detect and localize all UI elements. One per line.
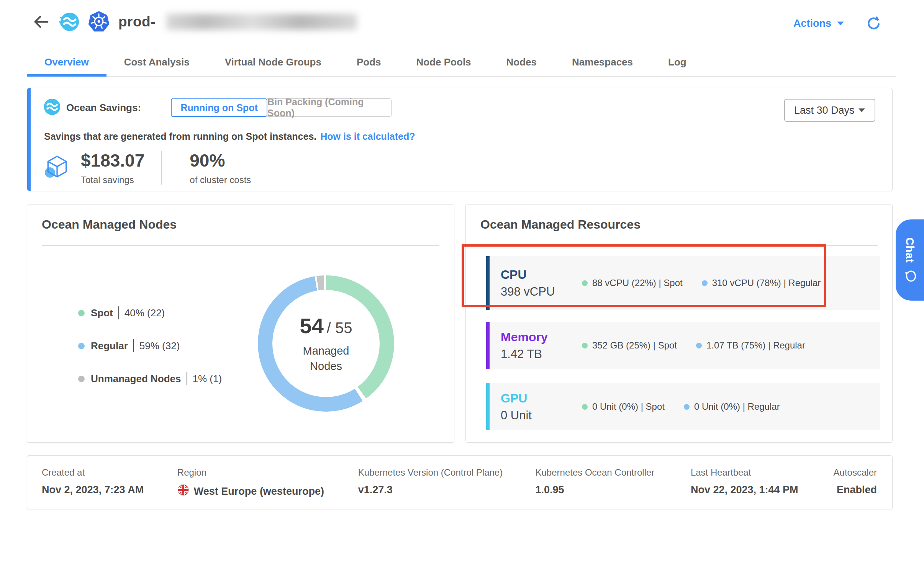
- cluster-info-panel: Created at Nov 2, 2023, 7:23 AM Region: [27, 455, 893, 509]
- tab-namespaces[interactable]: Namespaces: [554, 50, 650, 76]
- memory-spot-stat: 352 GB (25%) | Spot: [582, 340, 677, 351]
- managed-resources-title: Ocean Managed Resources: [480, 218, 641, 232]
- managed-nodes-donut-chart: 54 / 55 Managed Nodes: [258, 275, 394, 412]
- cpu-total: 398 vCPU: [501, 285, 570, 299]
- page-title: prod-: [118, 14, 156, 30]
- savings-cube-icon: [44, 154, 70, 182]
- refresh-icon[interactable]: [866, 15, 882, 31]
- ocean-savings-label: Ocean Savings:: [66, 102, 141, 114]
- managed-nodes-title: Ocean Managed Nodes: [42, 218, 177, 232]
- period-dropdown-value: Last 30 Days: [794, 105, 855, 116]
- gpu-regular-stat: 0 Unit (0%) | Regular: [684, 401, 780, 412]
- total-savings-value: $183.07: [81, 150, 144, 171]
- tab-log[interactable]: Log: [650, 50, 704, 76]
- chat-bubble-icon: [903, 270, 917, 283]
- chat-button[interactable]: Chat: [896, 219, 924, 301]
- bin-packing-toggle[interactable]: Bin Packing (Coming Soon): [267, 98, 392, 117]
- memory-regular-stat: 1.07 TB (75%) | Regular: [696, 340, 805, 351]
- cpu-regular-stat: 310 vCPU (78%) | Regular: [702, 278, 821, 288]
- managed-resources-card: Ocean Managed Resources CPU 398 vCPU 88 …: [465, 204, 893, 443]
- legend-item-regular: Regular 59% (32): [78, 340, 222, 352]
- ocean-savings-panel: Ocean Savings: Running on Spot Bin Packi…: [27, 88, 893, 191]
- gpu-name: GPU: [501, 391, 570, 406]
- tab-pods[interactable]: Pods: [339, 50, 399, 76]
- memory-name: Memory: [501, 330, 570, 344]
- memory-total: 1.42 TB: [501, 347, 570, 361]
- chevron-down-icon: [858, 108, 865, 113]
- info-kubernetes-version: Kubernetes Version (Control Plane) v1.27…: [358, 467, 536, 509]
- chat-label: Chat: [904, 237, 916, 263]
- divider: [42, 245, 439, 246]
- legend-item-spot: Spot 40% (22): [78, 307, 222, 319]
- actions-button[interactable]: Actions: [793, 18, 844, 29]
- donut-caption-line2: Nodes: [303, 359, 349, 374]
- info-last-heartbeat: Last Heartbeat Nov 22, 2023, 1:44 PM: [691, 467, 834, 509]
- cluster-cost-percent-label: of cluster costs: [190, 175, 251, 185]
- ocean-savings-icon: [43, 98, 61, 117]
- spot-dot-icon: [582, 280, 588, 286]
- redacted-cluster-name: [166, 14, 357, 30]
- ocean-logo-icon: [59, 11, 79, 32]
- total-savings-label: Total savings: [81, 175, 144, 185]
- spot-dot-icon: [78, 310, 85, 316]
- tab-nodes[interactable]: Nodes: [489, 50, 554, 76]
- gpu-total: 0 Unit: [501, 409, 570, 422]
- memory-accent-bar: [486, 322, 490, 369]
- regular-dot-icon: [78, 343, 85, 349]
- nodes-legend: Spot 40% (22) Regular 59% (32) Unmanaged…: [78, 307, 222, 406]
- divider: [480, 245, 878, 246]
- how-calculated-link[interactable]: How is it calculated?: [320, 131, 415, 142]
- stat-divider: [161, 151, 162, 185]
- regular-dot-icon: [684, 404, 690, 410]
- resource-row-gpu: GPU 0 Unit 0 Unit (0%) | Spot 0 Unit (0%…: [486, 383, 880, 430]
- cpu-spot-stat: 88 vCPU (22%) | Spot: [582, 278, 683, 288]
- back-arrow-icon[interactable]: [32, 13, 50, 31]
- resource-row-cpu: CPU 398 vCPU 88 vCPU (22%) | Spot 310 vC…: [486, 256, 880, 310]
- cpu-name: CPU: [501, 268, 570, 282]
- cluster-cost-percent: 90%: [190, 150, 251, 171]
- info-ocean-controller: Kubernetes Ocean Controller 1.0.95: [536, 467, 691, 509]
- savings-toggle: Running on Spot Bin Packing (Coming Soon…: [171, 98, 392, 117]
- gpu-spot-stat: 0 Unit (0%) | Spot: [582, 401, 665, 412]
- legend-item-unmanaged: Unmanaged Nodes 1% (1): [78, 373, 222, 385]
- tab-cost-analysis[interactable]: Cost Analysis: [106, 50, 207, 76]
- info-autoscaler: Autoscaler Enabled: [834, 467, 877, 509]
- tab-virtual-node-groups[interactable]: Virtual Node Groups: [207, 50, 339, 76]
- info-region: Region West Europe (westeurope): [177, 467, 358, 509]
- tab-node-pools[interactable]: Node Pools: [399, 50, 489, 76]
- chevron-down-icon: [837, 21, 844, 26]
- savings-description: Savings that are generated from running …: [44, 131, 316, 142]
- spot-dot-icon: [582, 343, 588, 348]
- regular-dot-icon: [702, 280, 708, 286]
- managed-nodes-total: / 55: [327, 319, 352, 337]
- tab-bar: Overview Cost Analysis Virtual Node Grou…: [27, 49, 896, 77]
- actions-label: Actions: [793, 18, 831, 29]
- period-dropdown[interactable]: Last 30 Days: [784, 99, 875, 122]
- info-created-at: Created at Nov 2, 2023, 7:23 AM: [42, 467, 177, 509]
- kubernetes-logo-icon: [88, 11, 110, 33]
- tab-overview[interactable]: Overview: [27, 50, 106, 76]
- gpu-accent-bar: [486, 383, 490, 430]
- cpu-accent-bar: [486, 256, 490, 310]
- running-on-spot-toggle[interactable]: Running on Spot: [171, 98, 267, 117]
- unmanaged-dot-icon: [78, 376, 85, 382]
- regular-dot-icon: [696, 343, 702, 348]
- donut-caption-line1: Managed: [303, 344, 349, 358]
- managed-nodes-card: Ocean Managed Nodes Spot 40% (22) Regula…: [27, 204, 454, 443]
- resource-row-memory: Memory 1.42 TB 352 GB (25%) | Spot 1.07 …: [486, 322, 880, 369]
- spot-dot-icon: [582, 404, 588, 410]
- uk-flag-icon: [177, 484, 189, 499]
- managed-nodes-count: 54: [300, 313, 323, 338]
- header: prod- Actions: [0, 0, 924, 45]
